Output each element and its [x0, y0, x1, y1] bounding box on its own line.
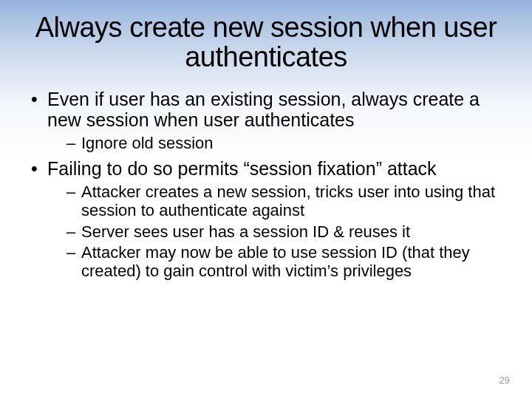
page-number: 29: [499, 375, 510, 386]
list-item: Even if user has an existing session, al…: [30, 89, 505, 153]
list-item-text: Even if user has an existing session, al…: [47, 89, 480, 130]
bullet-list: Even if user has an existing session, al…: [30, 89, 505, 281]
list-item: Failing to do so permits “session fixati…: [30, 158, 505, 280]
sub-list-item: Server sees user has a session ID & reus…: [66, 223, 505, 242]
slide: Always create new session when user auth…: [0, 0, 532, 399]
slide-title: Always create new session when user auth…: [27, 13, 505, 72]
list-item-text: Failing to do so permits “session fixati…: [47, 158, 437, 179]
sub-list-item: Ignore old session: [66, 134, 505, 153]
sub-list-item: Attacker may now be able to use session …: [66, 244, 505, 280]
sub-list: Ignore old session: [66, 134, 505, 153]
sub-list: Attacker creates a new session, tricks u…: [66, 183, 505, 280]
sub-list-item: Attacker creates a new session, tricks u…: [66, 183, 505, 219]
